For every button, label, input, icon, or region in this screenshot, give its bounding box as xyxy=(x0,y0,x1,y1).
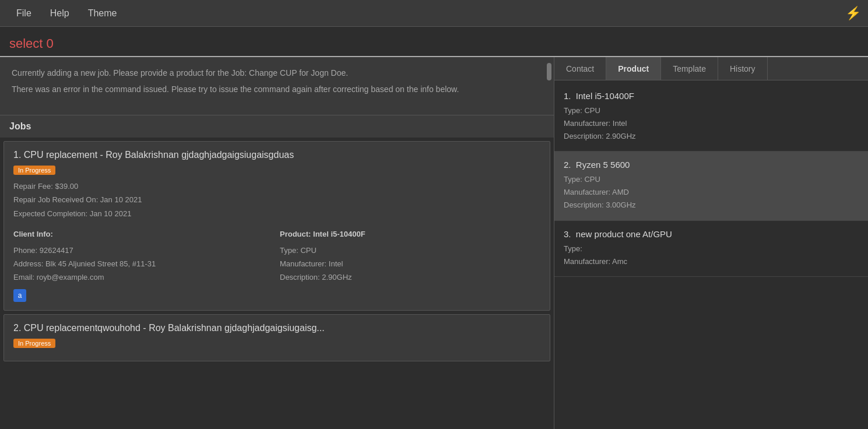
product-detail-2: Type: CPU Manufacturer: AMD Description:… xyxy=(564,173,859,212)
right-tabs: Contact Product Template History xyxy=(554,57,868,80)
job-card-2[interactable]: 2. CPU replacementqwouhohd - Roy Balakri… xyxy=(3,314,550,361)
right-panel: Contact Product Template History 1. Inte… xyxy=(554,57,868,429)
job-meta-1: Repair Fee: $39.00 Repair Job Received O… xyxy=(13,180,540,220)
tab-contact[interactable]: Contact xyxy=(554,57,606,80)
product-title-2: 2. Ryzen 5 5600 xyxy=(564,160,859,170)
command-bar: select 0 xyxy=(0,27,868,57)
product-card-1[interactable]: 1. Intel i5-10400F Type: CPU Manufacture… xyxy=(554,83,868,152)
product-title-3: 3. new product one At/GPU xyxy=(564,229,859,239)
message-area: Currently adding a new job. Please provi… xyxy=(0,57,554,115)
job-card-1[interactable]: 1. CPU replacement - Roy Balakrishnan gj… xyxy=(3,141,550,311)
avatar-badge-1: a xyxy=(13,289,26,302)
job-status-badge-2: In Progress xyxy=(13,339,55,348)
menu-help[interactable]: Help xyxy=(41,3,79,23)
menu-theme[interactable]: Theme xyxy=(79,3,126,23)
job-details-grid-1: Client Info: Phone: 92624417 Address: Bl… xyxy=(13,227,540,302)
job-status-badge-1: In Progress xyxy=(13,166,55,175)
jobs-header: Jobs xyxy=(0,115,554,138)
app-icon: ⚡ xyxy=(845,6,861,21)
menu-bar: File Help Theme ⚡ xyxy=(0,0,868,27)
job-title-1: 1. CPU replacement - Roy Balakrishnan gj… xyxy=(13,150,540,160)
product-detail-1: Type: CPU Manufacturer: Intel Descriptio… xyxy=(564,104,859,143)
menu-file[interactable]: File xyxy=(7,3,41,23)
job-title-2: 2. CPU replacementqwouhohd - Roy Balakri… xyxy=(13,323,540,333)
job-product-info: Product: Intel i5-10400F Type: CPU Manuf… xyxy=(280,227,540,302)
job-client-info: Client Info: Phone: 92624417 Address: Bl… xyxy=(13,227,274,302)
product-title-1: 1. Intel i5-10400F xyxy=(564,91,859,101)
command-input[interactable]: select 0 xyxy=(9,36,859,51)
message-line2: There was an error in the command issued… xyxy=(12,83,542,96)
product-list: 1. Intel i5-10400F Type: CPU Manufacture… xyxy=(554,80,868,429)
tab-product[interactable]: Product xyxy=(606,57,661,80)
message-scrollbar[interactable] xyxy=(547,63,551,80)
product-detail-3: Type: Manufacturer: Amc xyxy=(564,242,859,268)
message-line1: Currently adding a new job. Please provi… xyxy=(12,66,542,79)
main-content: Currently adding a new job. Please provi… xyxy=(0,57,868,429)
left-panel: Currently adding a new job. Please provi… xyxy=(0,57,554,429)
tab-history[interactable]: History xyxy=(718,57,768,80)
tab-template[interactable]: Template xyxy=(661,57,718,80)
product-card-3[interactable]: 3. new product one At/GPU Type: Manufact… xyxy=(554,221,868,277)
product-card-2[interactable]: 2. Ryzen 5 5600 Type: CPU Manufacturer: … xyxy=(554,152,868,220)
jobs-panel: Jobs 1. CPU replacement - Roy Balakrishn… xyxy=(0,115,554,429)
